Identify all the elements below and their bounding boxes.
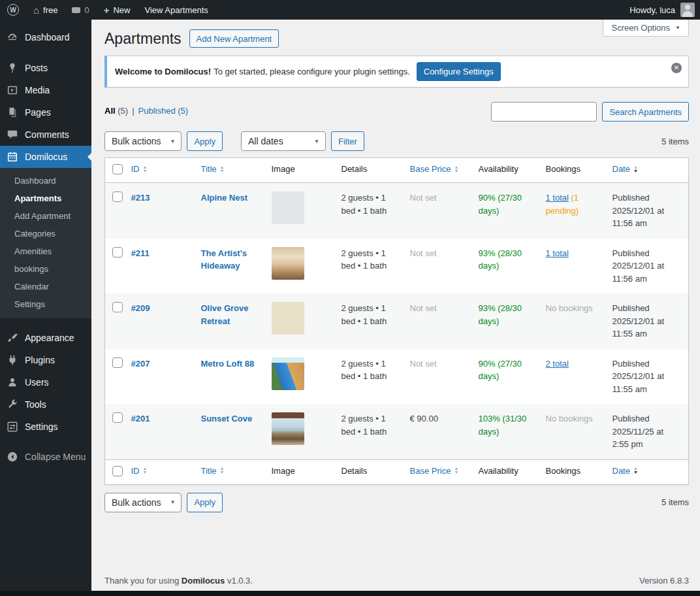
screen-options-label: Screen Options [611,23,670,33]
howdy-greeting[interactable]: Howdy, luca [629,5,675,15]
apartment-thumbnail[interactable] [272,302,304,335]
search-apartments-button[interactable]: Search Apartments [602,102,689,122]
sort-by-date[interactable]: Date▲▼ [612,164,638,174]
filter-all-count: (5) [116,106,129,116]
admin-bar-left: W ⌂free 0 +New View Apartments [0,0,215,20]
sidebar: Dashboard Posts Media Pages Comments Dom… [0,20,91,596]
row-checkbox[interactable] [112,357,123,368]
sort-icon: ▲▼ [633,467,638,474]
sidebar-item-dashboard[interactable]: Dashboard [0,26,91,48]
apartment-title-link[interactable]: Metro Loft 88 [201,359,255,369]
table-nav-bottom: Bulk actions ▼ Apply 5 items [104,493,689,512]
row-checkbox[interactable] [112,302,123,312]
bulk-actions-select[interactable]: Bulk actions ▼ [104,493,182,512]
apartment-title-link[interactable]: Sunset Cove [201,414,253,423]
apartment-title-link[interactable]: The Artist's Hideaway [201,248,247,271]
sidebar-item-domilocus[interactable]: Domilocus [0,146,91,168]
select-all-checkbox[interactable] [112,164,123,174]
bookings-link[interactable]: 2 total [546,359,569,369]
sidebar-item-tools[interactable]: Tools [0,393,91,416]
add-new-apartment-button[interactable]: Add New Apartment [189,29,279,48]
view-apartments-menu[interactable]: View Apartments [137,0,215,20]
table-header-row: ID▲▼ Title▲▼ Image Details Base Price▲▼ … [105,158,689,183]
sidebar-label: Posts [25,63,48,73]
column-availability: Availability [472,459,539,484]
sidebar-subitem-amenities[interactable]: Amenities [0,242,91,260]
sidebar-item-appearance[interactable]: Appearance [0,327,91,349]
sidebar-label: Tools [25,399,46,410]
sidebar-item-posts[interactable]: Posts [0,57,91,79]
sidebar-subitem-dashboard[interactable]: Dashboard [0,172,91,190]
base-price: Not set [404,293,472,349]
collapse-menu-button[interactable]: Collapse Menu [0,446,91,468]
new-label: New [113,5,130,15]
comments-icon [7,129,18,141]
wordpress-logo-menu[interactable]: W [0,0,26,20]
apartment-thumbnail[interactable] [272,357,304,390]
new-content-menu[interactable]: +New [97,0,138,20]
configure-settings-button[interactable]: Configure Settings [417,62,501,81]
comments-menu[interactable]: 0 [65,0,96,20]
apartment-id-link[interactable]: #213 [131,193,150,203]
bulk-actions-select[interactable]: Bulk actions ▼ [104,131,182,151]
filter-all-link[interactable]: All (5) [104,106,128,116]
apartment-title-link[interactable]: Olive Grove Retreat [201,303,249,326]
screen-options-button[interactable]: Screen Options ▼ [603,20,689,37]
row-checkbox[interactable] [112,191,123,202]
sidebar-subitem-settings[interactable]: Settings [0,295,91,313]
sidebar-label: Users [25,377,49,388]
sidebar-item-users[interactable]: Users [0,371,91,393]
apartment-thumbnail[interactable] [272,247,304,280]
apartment-row: #201 Sunset Cove 2 guests • 1 bed • 1 ba… [105,404,689,459]
apartment-row: #207 Metro Loft 88 2 guests • 1 bed • 1 … [105,349,689,405]
select-all-checkbox[interactable] [112,466,123,476]
sort-icon: ▲▼ [220,467,225,474]
apartment-id-link[interactable]: #209 [131,303,150,313]
base-price: € 90.00 [404,404,472,459]
apartment-thumbnail[interactable] [272,191,304,224]
sidebar-item-media[interactable]: Media [0,79,91,101]
apartment-title-link[interactable]: Alpine Nest [201,193,248,203]
filter-published-link[interactable]: Published (5) [138,106,189,116]
user-avatar[interactable] [680,3,695,17]
sidebar-item-comments[interactable]: Comments [0,124,91,146]
base-price: Not set [404,349,472,405]
sort-by-title[interactable]: Title▲▼ [201,466,225,476]
apartment-id-link[interactable]: #211 [131,248,150,258]
row-checkbox[interactable] [112,247,123,257]
apartment-id-link[interactable]: #207 [131,359,150,369]
sort-icon: ▲▼ [143,165,148,173]
apply-button[interactable]: Apply [187,493,223,512]
sort-by-base-price[interactable]: Base Price▲▼ [410,466,459,476]
sort-by-id[interactable]: ID▲▼ [131,164,148,174]
sidebar-subitem-calendar[interactable]: Calendar [0,278,91,295]
sidebar-item-plugins[interactable]: Plugins [0,349,91,371]
site-name-menu[interactable]: ⌂free [26,0,65,20]
bookings-link[interactable]: 1 total [546,248,569,258]
filter-button[interactable]: Filter [331,131,364,151]
sidebar-subitem-add-apartment[interactable]: Add Apartment [0,207,91,225]
sort-by-base-price[interactable]: Base Price▲▼ [410,164,459,174]
sidebar-item-settings[interactable]: Settings [0,416,91,438]
sidebar-subitem-categories[interactable]: Categories [0,225,91,242]
sort-by-id[interactable]: ID▲▼ [131,466,148,476]
dismiss-notice-icon[interactable]: ✕ [671,63,682,73]
apartment-id-link[interactable]: #201 [131,414,150,423]
sidebar-subitem-apartments[interactable]: Apartments [0,190,91,207]
row-checkbox[interactable] [112,412,123,423]
date-filter-select[interactable]: All dates ▼ [241,131,326,151]
sort-by-date[interactable]: Date▲▼ [612,466,638,476]
sort-by-title[interactable]: Title▲▼ [201,164,225,174]
apartment-thumbnail[interactable] [272,412,304,445]
chevron-down-icon: ▼ [170,139,175,144]
sidebar-subitem-bookings[interactable]: bookings [0,260,91,278]
bulk-actions-value: Bulk actions [112,136,161,146]
apply-button[interactable]: Apply [187,131,223,151]
sidebar-label: Media [25,85,50,95]
table-footer-row: ID▲▼ Title▲▼ Image Details Base Price▲▼ … [105,459,689,484]
apartment-details: 2 guests • 1 bed • 1 bath [335,239,404,294]
search-input[interactable] [491,102,597,122]
dashboard-icon [7,31,18,43]
sidebar-item-pages[interactable]: Pages [0,101,91,124]
bookings-link[interactable]: 1 total [546,193,569,203]
